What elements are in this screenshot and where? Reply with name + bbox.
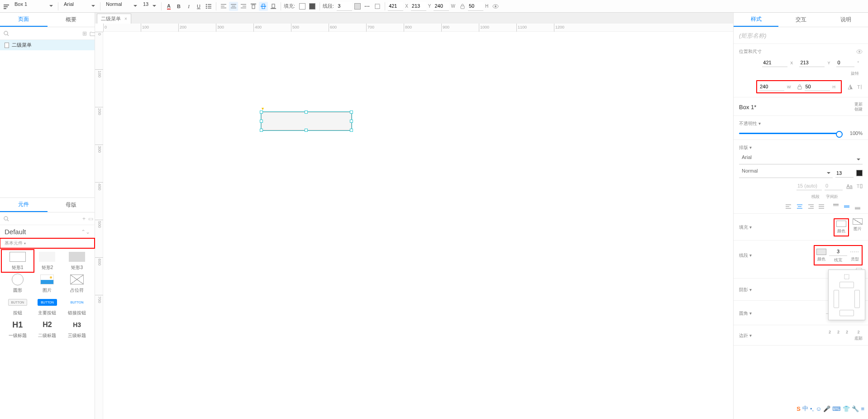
style-preset-select[interactable]: Box 1 (12, 1, 55, 11)
bold-button[interactable]: B (174, 2, 183, 11)
fill-alpha-button[interactable] (308, 2, 317, 11)
h-input[interactable] (468, 2, 483, 11)
x-lbl: X (405, 4, 408, 9)
top-toolbar: Box 1 Arial Normal 13 A B I U 填充: 线段: X … (0, 0, 868, 13)
visibility-icon[interactable] (491, 2, 500, 11)
border-sides-button[interactable] (373, 2, 382, 11)
border-style-button[interactable] (363, 2, 372, 11)
h-lbl: H (485, 4, 488, 9)
text-color-button[interactable]: A (164, 2, 173, 11)
valign-top-button[interactable] (249, 2, 258, 11)
align-center-button[interactable] (229, 2, 238, 11)
svg-rect-2 (4, 8, 6, 9)
svg-point-7 (206, 7, 207, 9)
svg-rect-1 (4, 6, 8, 7)
style-preset-icon (2, 2, 11, 11)
sep (281, 2, 281, 10)
sep (161, 2, 162, 10)
italic-button[interactable]: I (184, 2, 193, 11)
x-input[interactable] (388, 2, 403, 11)
svg-rect-17 (461, 6, 464, 9)
w-input[interactable] (434, 2, 449, 11)
border-label: 线段: (323, 3, 334, 10)
lock-aspect-icon[interactable] (458, 2, 467, 11)
size-select[interactable]: 13 (140, 1, 158, 11)
svg-rect-10 (252, 5, 255, 9)
sep (320, 2, 320, 10)
sep (216, 2, 216, 10)
y-input[interactable] (411, 2, 426, 11)
w-lbl: W (451, 4, 455, 9)
underline-button[interactable]: U (194, 2, 203, 11)
font-select[interactable]: Arial (61, 1, 97, 11)
sep (58, 2, 58, 10)
border-width-input[interactable] (337, 2, 352, 11)
svg-point-3 (206, 4, 207, 5)
svg-rect-16 (375, 4, 380, 9)
svg-rect-14 (272, 4, 275, 8)
svg-rect-8 (208, 8, 211, 9)
valign-bottom-button[interactable] (269, 2, 278, 11)
svg-rect-0 (4, 5, 9, 5)
border-color-button[interactable] (353, 2, 362, 11)
svg-point-19 (495, 5, 496, 7)
fill-label: 填充: (284, 3, 295, 10)
svg-rect-13 (271, 8, 276, 9)
svg-rect-9 (251, 4, 256, 5)
bullets-button[interactable] (204, 2, 213, 11)
weight-select[interactable]: Normal (103, 1, 139, 11)
y-lbl: Y (428, 4, 431, 9)
sep (385, 2, 385, 10)
svg-rect-6 (208, 6, 211, 7)
svg-rect-11 (261, 6, 266, 7)
svg-rect-4 (208, 4, 211, 5)
sep (100, 2, 100, 10)
align-right-button[interactable] (239, 2, 248, 11)
fill-color-button[interactable] (298, 2, 307, 11)
svg-point-5 (206, 5, 207, 7)
align-left-button[interactable] (219, 2, 228, 11)
valign-mid-button[interactable] (259, 2, 268, 11)
